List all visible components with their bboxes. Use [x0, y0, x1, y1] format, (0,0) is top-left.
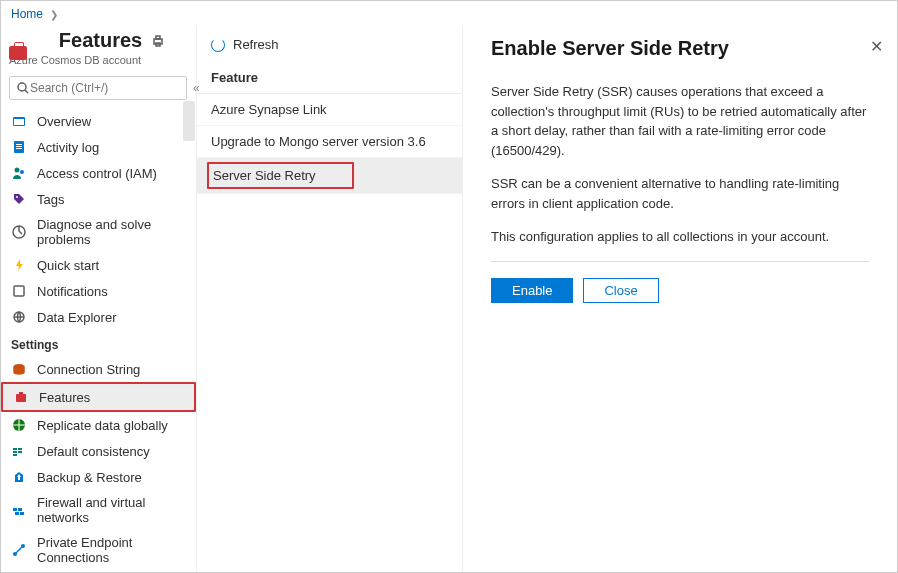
quickstart-icon — [11, 257, 27, 273]
feature-row-label: Server Side Retry — [207, 162, 354, 189]
diagnose-icon — [11, 224, 27, 240]
notifications-icon — [11, 283, 27, 299]
refresh-button[interactable]: Refresh — [233, 37, 279, 52]
close-button[interactable]: Close — [583, 278, 658, 303]
scrollbar-thumb[interactable] — [183, 101, 195, 141]
firewall-icon — [11, 502, 27, 518]
sidebar-item-label: Data Explorer — [37, 310, 116, 325]
replicate-icon — [11, 417, 27, 433]
collapse-sidebar-icon[interactable]: « — [193, 81, 200, 95]
detail-panel: ✕ Enable Server Side Retry Server Side R… — [462, 27, 897, 572]
sidebar-item-label: Default consistency — [37, 444, 150, 459]
sidebar-item-backup[interactable]: Backup & Restore — [1, 464, 196, 490]
sidebar-item-label: Firewall and virtual networks — [37, 495, 186, 525]
feature-row[interactable]: Server Side Retry — [197, 158, 462, 194]
features-icon — [13, 389, 29, 405]
panel-paragraph-1: Server Side Retry (SSR) causes operation… — [491, 82, 869, 160]
connection-icon — [11, 361, 27, 377]
svg-point-39 — [18, 83, 26, 91]
sidebar-item-iam[interactable]: Access control (IAM) — [1, 160, 196, 186]
sidebar-item-endpoint[interactable]: Private Endpoint Connections — [1, 530, 196, 570]
resource-type: Azure Cosmos DB account — [9, 54, 188, 66]
close-icon[interactable]: ✕ — [870, 37, 883, 56]
sidebar-item-label: Features — [39, 390, 90, 405]
enable-button[interactable]: Enable — [491, 278, 573, 303]
feature-row-label: Azure Synapse Link — [211, 102, 327, 117]
sidebar-item-notifications[interactable]: Notifications — [1, 278, 196, 304]
search-input[interactable] — [30, 81, 180, 95]
dataexplorer-icon — [11, 309, 27, 325]
endpoint-icon — [11, 542, 27, 558]
features-table-header: Feature — [197, 62, 462, 94]
refresh-icon — [211, 38, 225, 52]
sidebar-item-diagnose[interactable]: Diagnose and solve problems — [1, 212, 196, 252]
feature-row-label: Upgrade to Mongo server version 3.6 — [211, 134, 426, 149]
sidebar-item-label: Backup & Restore — [37, 470, 142, 485]
chevron-right-icon: ❯ — [50, 9, 58, 20]
search-input-wrapper[interactable] — [9, 76, 187, 100]
sidebar-item-consistency[interactable]: Default consistency — [1, 438, 196, 464]
sidebar-item-label: Private Endpoint Connections — [37, 535, 186, 565]
consistency-icon — [11, 443, 27, 459]
panel-paragraph-2: SSR can be a convenient alternative to h… — [491, 174, 869, 213]
sidebar-item-label: Access control (IAM) — [37, 166, 157, 181]
sidebar-item-label: Connection String — [37, 362, 140, 377]
sidebar-item-label: Replicate data globally — [37, 418, 168, 433]
feature-row[interactable]: Azure Synapse Link — [197, 94, 462, 126]
search-icon — [16, 81, 30, 95]
sidebar: Features Azure Cosmos DB account « Overv… — [1, 27, 197, 572]
sidebar-item-label: Quick start — [37, 258, 99, 273]
print-icon[interactable] — [150, 33, 166, 49]
resource-icon — [9, 46, 27, 60]
sidebar-item-overview[interactable]: Overview — [1, 108, 196, 134]
tags-icon — [11, 191, 27, 207]
feature-row[interactable]: Upgrade to Mongo server version 3.6 — [197, 126, 462, 158]
activity-icon — [11, 139, 27, 155]
sidebar-item-features[interactable]: Features — [1, 382, 196, 412]
features-pane: Refresh Feature Azure Synapse LinkUpgrad… — [197, 27, 462, 572]
sidebar-item-activity[interactable]: Activity log — [1, 134, 196, 160]
features-table: Feature Azure Synapse LinkUpgrade to Mon… — [197, 62, 462, 194]
sidebar-item-label: Diagnose and solve problems — [37, 217, 186, 247]
iam-icon — [11, 165, 27, 181]
sidebar-item-label: Notifications — [37, 284, 108, 299]
panel-title: Enable Server Side Retry — [491, 37, 869, 60]
sidebar-item-label: Tags — [37, 192, 64, 207]
breadcrumb: Home ❯ — [1, 1, 897, 27]
sidebar-item-connection[interactable]: Connection String — [1, 356, 196, 382]
svg-line-40 — [25, 90, 28, 93]
sidebar-item-label: Activity log — [37, 140, 99, 155]
page-title: Features — [59, 29, 142, 52]
nav-section-settings: Settings — [1, 330, 196, 356]
breadcrumb-home[interactable]: Home — [11, 7, 43, 21]
sidebar-item-replicate[interactable]: Replicate data globally — [1, 412, 196, 438]
panel-divider — [491, 261, 869, 262]
panel-paragraph-3: This configuration applies to all collec… — [491, 227, 869, 247]
sidebar-item-quickstart[interactable]: Quick start — [1, 252, 196, 278]
sidebar-item-label: Overview — [37, 114, 91, 129]
overview-icon — [11, 113, 27, 129]
sidebar-item-migration[interactable]: Data Migration — [1, 570, 196, 572]
backup-icon — [11, 469, 27, 485]
sidebar-item-tags[interactable]: Tags — [1, 186, 196, 212]
sidebar-item-dataexplorer[interactable]: Data Explorer — [1, 304, 196, 330]
sidebar-item-firewall[interactable]: Firewall and virtual networks — [1, 490, 196, 530]
